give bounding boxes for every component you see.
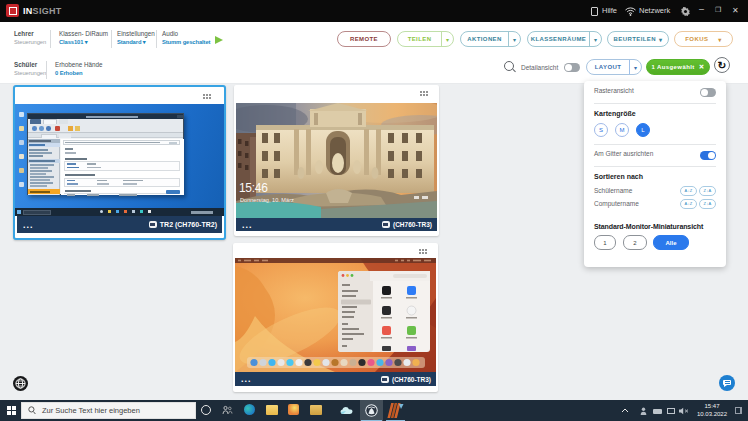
svg-text:Donnerstag, 10. März: Donnerstag, 10. März [240, 197, 294, 203]
svg-text:15:46: 15:46 [239, 181, 268, 195]
